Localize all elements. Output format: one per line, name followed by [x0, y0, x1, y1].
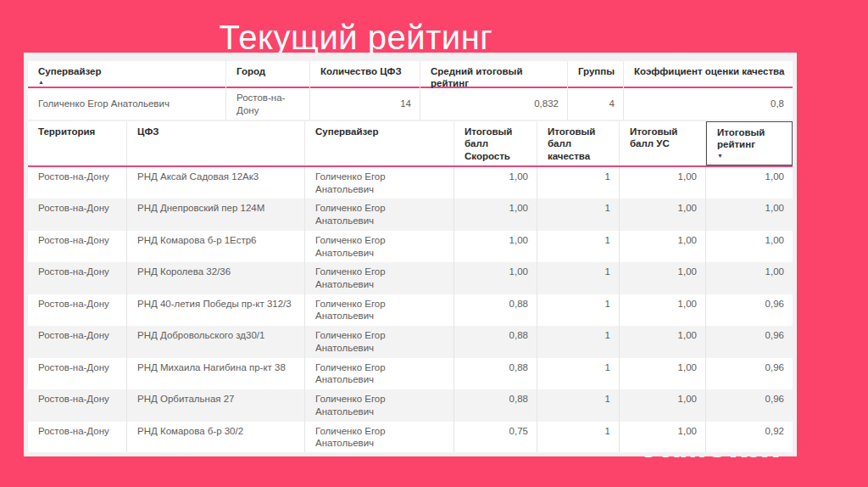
header-row: ТерриторияЦФЗСупервайзерИтоговый балл Ск…: [28, 121, 793, 167]
column-header-label: Итоговый балл качества: [548, 126, 612, 162]
page-title: Текущий рейтинг: [0, 19, 712, 57]
cell-score_us: 1,00: [620, 389, 706, 421]
column-header-score_speed[interactable]: Итоговый балл Скорость: [454, 121, 537, 165]
detail-table-header: ТерриторияЦФЗСупервайзерИтоговый балл Ск…: [28, 121, 793, 167]
cell-supervisor: Голиченко Егор Анатольевич: [305, 231, 454, 262]
summary-table: Супервайзер▲ГородКоличество ЦФЗСредний и…: [28, 61, 793, 112]
column-header-label: Супервайзер: [315, 126, 378, 137]
table-row[interactable]: Ростов-на-ДонуРНД Аксай Садовая 12Ак3Гол…: [28, 167, 793, 199]
detail-table-body: Ростов-на-ДонуРНД Аксай Садовая 12Ак3Гол…: [28, 167, 793, 452]
column-header-city[interactable]: Город: [226, 61, 310, 92]
column-header-label: Город: [236, 65, 265, 77]
cell-territory: Ростов-на-Дону: [28, 199, 127, 230]
table-row[interactable]: Ростов-на-ДонуРНД Комарова б-р 1Естр6Гол…: [28, 231, 793, 262]
cell-supervisor: Голиченко Егор Анатольевич: [28, 88, 226, 120]
cell-groups: 4: [568, 88, 624, 120]
cell-score_quality: 1: [537, 167, 620, 199]
table-row[interactable]: Ростов-на-ДонуРНД 40-летия Победы пр-кт …: [28, 294, 793, 326]
cell-territory: Ростов-на-Дону: [28, 231, 127, 262]
cell-cfz_count: 14: [310, 88, 420, 120]
cell-total_rating: 0,96: [706, 358, 793, 389]
column-header-supervisor[interactable]: Супервайзер: [305, 121, 454, 165]
table-row[interactable]: Ростов-на-ДонуРНД Добровольского зд30/1Г…: [28, 326, 793, 357]
column-header-cfz[interactable]: ЦФЗ: [127, 121, 305, 165]
table-row[interactable]: Ростов-на-ДонуРНД Комарова б-р 30/2Голич…: [28, 422, 793, 453]
column-header-quality_coeff[interactable]: Коэффициент оценки качества: [624, 61, 793, 92]
cell-score_us: 1,00: [620, 231, 706, 262]
cell-score_speed: 0,88: [454, 294, 537, 326]
table-row[interactable]: Ростов-на-ДонуРНД Королева 32/36Голиченк…: [28, 262, 793, 294]
cell-supervisor: Голиченко Егор Анатольевич: [305, 326, 454, 357]
cell-total_rating: 0,96: [706, 294, 793, 326]
cell-total_rating: 1,00: [706, 199, 793, 230]
cell-supervisor: Голиченко Егор Анатольевич: [305, 389, 454, 421]
cell-cfz: РНД Орбитальная 27: [127, 389, 305, 421]
cell-territory: Ростов-на-Дону: [28, 358, 127, 389]
cell-score_speed: 0,88: [454, 358, 537, 389]
cell-cfz: РНД Комарова б-р 30/2: [127, 422, 305, 453]
column-header-groups[interactable]: Группы: [568, 61, 624, 92]
column-header-cfz_count[interactable]: Количество ЦФЗ: [310, 61, 420, 92]
cell-score_us: 1,00: [620, 358, 706, 389]
column-header-score_us[interactable]: Итоговый балл УС: [620, 121, 706, 165]
cell-territory: Ростов-на-Дону: [28, 326, 127, 357]
cell-total_rating: 1,00: [706, 167, 793, 199]
header-row: Супервайзер▲ГородКоличество ЦФЗСредний и…: [28, 61, 793, 88]
column-header-label: Средний итоговый рейтинг: [431, 65, 560, 90]
cell-score_us: 1,00: [620, 262, 706, 294]
column-header-label: ЦФЗ: [137, 126, 159, 137]
cell-score_quality: 1: [537, 358, 620, 389]
summary-table-header: Супервайзер▲ГородКоличество ЦФЗСредний и…: [28, 61, 793, 88]
cell-total_rating: 0,96: [706, 389, 793, 421]
column-header-label: Итоговый рейтинг: [717, 126, 785, 151]
detail-table: ТерриторияЦФЗСупервайзерИтоговый балл Ск…: [28, 121, 793, 452]
cell-cfz: РНД Королева 32/36: [127, 262, 305, 294]
cell-score_speed: 1,00: [454, 262, 537, 294]
cell-total_rating: 0,96: [706, 326, 793, 357]
cell-score_quality: 1: [537, 231, 620, 262]
table-row[interactable]: Голиченко Егор АнатольевичРостов-на-Дону…: [28, 88, 793, 120]
column-header-supervisor[interactable]: Супервайзер▲: [28, 61, 226, 92]
column-header-territory[interactable]: Территория: [28, 121, 127, 165]
cell-total_rating: 1,00: [706, 262, 793, 294]
cell-score_quality: 1: [537, 422, 620, 453]
cell-supervisor: Голиченко Егор Анатольевич: [305, 262, 454, 294]
cell-quality_coeff: 0,8: [624, 88, 793, 120]
column-header-label: Территория: [38, 126, 95, 137]
column-header-label: Количество ЦФЗ: [320, 65, 402, 77]
cell-supervisor: Голиченко Егор Анатольевич: [305, 167, 454, 199]
cell-score_quality: 1: [537, 389, 620, 421]
cell-territory: Ростов-на-Дону: [28, 167, 127, 199]
cell-territory: Ростов-на-Дону: [28, 262, 127, 294]
sort-desc-icon: ▼: [717, 153, 723, 159]
cell-score_speed: 0,88: [454, 389, 537, 421]
cell-score_speed: 1,00: [454, 199, 537, 230]
column-header-label: Итоговый балл Скорость: [465, 126, 530, 162]
cell-score_quality: 1: [537, 294, 620, 326]
cell-supervisor: Голиченко Егор Анатольевич: [305, 199, 454, 230]
column-header-score_quality[interactable]: Итоговый балл качества: [537, 121, 620, 165]
cell-cfz: РНД 40-летия Победы пр-кт 312/3: [127, 294, 305, 326]
cell-score_quality: 1: [537, 199, 620, 230]
column-header-total_rating[interactable]: Итоговый рейтинг▼: [706, 121, 793, 165]
cell-supervisor: Голиченко Егор Анатольевич: [305, 422, 454, 453]
cell-score_quality: 1: [537, 262, 620, 294]
table-row[interactable]: Ростов-на-ДонуРНД Днепровский пер 124МГо…: [28, 199, 793, 230]
cell-cfz: РНД Днепровский пер 124М: [127, 199, 305, 230]
cell-supervisor: Голиченко Егор Анатольевич: [305, 294, 454, 326]
cell-cfz: РНД Михаила Нагибина пр-кт 38: [127, 358, 305, 389]
table-row[interactable]: Ростов-на-ДонуРНД Михаила Нагибина пр-кт…: [28, 358, 793, 389]
cell-score_us: 1,00: [620, 326, 706, 357]
column-header-avg_total_rating[interactable]: Средний итоговый рейтинг: [420, 61, 568, 92]
cell-score_us: 1,00: [620, 422, 706, 453]
cell-territory: Ростов-на-Дону: [28, 422, 127, 453]
cell-total_rating: 0,92: [706, 422, 793, 453]
table-row[interactable]: Ростов-на-ДонуРНД Орбитальная 27Голиченк…: [28, 389, 793, 421]
cell-score_speed: 0,88: [454, 326, 537, 357]
summary-table-body: Голиченко Егор АнатольевичРостов-на-Дону…: [28, 88, 793, 120]
column-header-label: Итоговый балл УС: [630, 126, 698, 150]
cell-avg_total_rating: 0,832: [420, 88, 568, 120]
slide: Текущий рейтинг самокат Супервайзер▲Горо…: [0, 0, 868, 487]
cell-cfz: РНД Аксай Садовая 12Ак3: [127, 167, 305, 199]
cell-score_speed: 1,00: [454, 231, 537, 262]
